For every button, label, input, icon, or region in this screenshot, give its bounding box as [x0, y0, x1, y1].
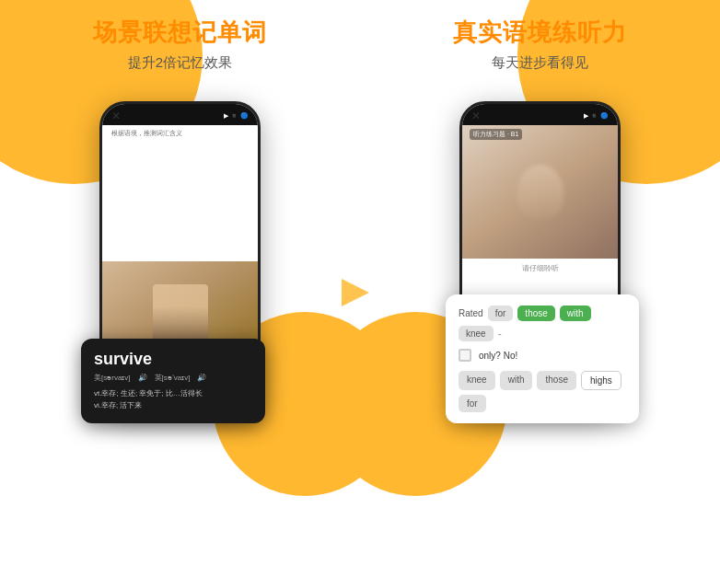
- dict-card: survive 美[sərvaɪv] 🔊 英[səˈvaɪv] 🔊 vt.幸存;…: [81, 339, 265, 423]
- chip-those-bottom[interactable]: those: [537, 371, 575, 390]
- dict-def1: vt.幸存; 生还; 幸免于; 比…活得长: [94, 388, 252, 400]
- right-subtitle: 每天进步看得见: [492, 54, 588, 72]
- rated-row: Rated for those with knee -: [459, 306, 626, 341]
- left-subtitle: 提升2倍记忆效果: [128, 54, 232, 72]
- rated-label: Rated: [459, 308, 483, 318]
- dict-def2: vi.幸存; 活下来: [94, 400, 252, 412]
- phone-notch: [162, 104, 199, 111]
- blurred-figure: [517, 165, 563, 220]
- left-panel: 场景联想记单词 提升2倍记忆效果 ✕ ▶ ◾ 🔵 根据语境，推测词汇含义: [0, 0, 360, 588]
- page-container: 场景联想记单词 提升2倍记忆效果 ✕ ▶ ◾ 🔵 根据语境，推测词汇含义: [0, 0, 720, 588]
- dash-label: -: [498, 328, 502, 340]
- right-phone-notch: [522, 104, 559, 111]
- screen-hint: 根据语境，推测词汇含义: [102, 125, 258, 261]
- speaker-us-icon[interactable]: 🔊: [138, 374, 147, 382]
- chip-knee-top[interactable]: knee: [459, 326, 494, 341]
- listen-hint: 请仔细聆听: [462, 259, 618, 278]
- right-image: 听力练习题 · B1: [462, 125, 618, 259]
- word-choice-card: Rated for those with knee - only? No! kn…: [446, 294, 639, 423]
- bottom-chips-row: knee with those highs for: [459, 371, 626, 412]
- right-close-icon[interactable]: ✕: [471, 110, 481, 122]
- chip-with-top[interactable]: with: [560, 306, 591, 321]
- phonetic-us: 美[sərvaɪv]: [94, 373, 131, 383]
- left-title: 场景联想记单词: [93, 17, 267, 49]
- center-arrow: [337, 270, 383, 319]
- phonetic-uk: 英[səˈvaɪv]: [155, 373, 191, 383]
- chip-for-top[interactable]: for: [488, 306, 514, 321]
- right-panel: 真实语境练听力 每天进步看得见 ✕ ▶ ◾ 🔵: [360, 0, 720, 588]
- speaker-uk-icon[interactable]: 🔊: [197, 374, 206, 382]
- chip-highs-bottom[interactable]: highs: [581, 371, 621, 390]
- dict-phonetics: 美[sərvaɪv] 🔊 英[səˈvaɪv] 🔊: [94, 373, 252, 383]
- only-text: only? No!: [479, 351, 517, 361]
- chip-for-bottom[interactable]: for: [459, 395, 486, 412]
- listen-label: 听力练习题 · B1: [470, 129, 522, 140]
- right-title: 真实语境练听力: [453, 17, 627, 49]
- svg-marker-0: [342, 279, 369, 306]
- close-icon[interactable]: ✕: [111, 110, 121, 122]
- dict-word: survive: [94, 350, 252, 369]
- chip-with-bottom[interactable]: with: [500, 371, 533, 390]
- chip-those-top[interactable]: those: [517, 306, 554, 321]
- chip-knee-bottom[interactable]: knee: [459, 371, 495, 390]
- right-image-area: 听力练习题 · B1: [462, 125, 618, 259]
- only-row: only? No!: [459, 349, 626, 362]
- right-label-overlay: 听力练习题 · B1: [462, 125, 618, 144]
- checkbox[interactable]: [459, 349, 471, 362]
